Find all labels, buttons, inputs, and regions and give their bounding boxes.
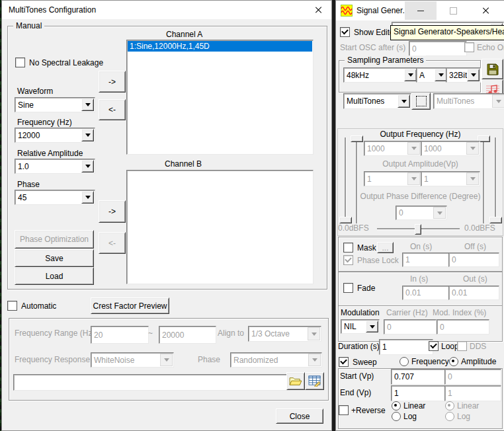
start-vp-input[interactable]: 0.707: [391, 369, 448, 385]
minimize-button[interactable]: [405, 1, 437, 20]
crest-factor-preview-button[interactable]: Crest Factor Preview: [91, 297, 169, 314]
mask-checkbox[interactable]: [343, 243, 353, 253]
align-to-select: 1/3 Octave: [248, 326, 321, 342]
dropdown-arrow-icon[interactable]: [404, 69, 417, 81]
mask-row: Mask: [343, 243, 376, 253]
frequency-range-from-input: 20: [91, 326, 149, 344]
sampling-channel-select[interactable]: A: [416, 67, 448, 83]
dropdown-arrow-icon[interactable]: [366, 321, 378, 333]
frequency-response-select: WhiteNoise: [91, 352, 174, 368]
phase-label: Phase: [17, 180, 40, 189]
end-vp-b-value: 1: [448, 389, 452, 398]
start-osc-value: 0: [412, 44, 417, 54]
save-button[interactable]: Save: [15, 249, 94, 267]
channel-b-listbox[interactable]: [126, 170, 314, 284]
waveform-a-select[interactable]: MultiTones: [343, 93, 411, 109]
level-slider-left-inner-track[interactable]: [356, 136, 357, 223]
dashed-selection-icon: [416, 96, 427, 106]
end-vp-input[interactable]: 1: [391, 385, 448, 401]
load-button[interactable]: Load: [15, 267, 94, 285]
automatic-checkbox[interactable]: [7, 301, 17, 311]
waveform-select[interactable]: Sine: [15, 97, 95, 112]
start-vp-b-input: 0: [444, 369, 501, 385]
log-a-radio[interactable]: [392, 412, 401, 421]
dropdown-arrow-icon: [492, 95, 504, 108]
arrow-left-label: <-: [108, 239, 116, 248]
waveform-label: Waveform: [17, 87, 53, 96]
end-vp-value: 1: [394, 389, 399, 398]
modulation-select[interactable]: NIL: [341, 319, 380, 334]
dropdown-arrow-icon[interactable]: [467, 69, 480, 81]
sweep-checkbox[interactable]: [339, 357, 349, 367]
mask-on-value: 1: [405, 255, 410, 264]
frequency-value: 12000: [18, 131, 40, 140]
relative-amplitude-select[interactable]: 1.0: [15, 159, 95, 174]
dropdown-arrow-icon[interactable]: [81, 160, 94, 173]
channel-a-item[interactable]: 1:Sine,12000Hz,1,45D: [128, 41, 312, 52]
bit-depth-select[interactable]: 32Bit: [446, 67, 481, 83]
add-to-channel-b-button[interactable]: ->: [99, 200, 126, 223]
output-amplitude-a-value: 1: [367, 175, 372, 184]
loop-label: Loop: [441, 342, 459, 351]
range-separator: ~: [148, 329, 153, 338]
sampling-channel-value: A: [419, 71, 425, 80]
show-editor-checkbox[interactable]: [340, 27, 350, 37]
no-spectral-leakage-checkbox[interactable]: [15, 58, 25, 67]
save-signal-button[interactable]: [482, 59, 503, 79]
level-slider-left-inner-thumb[interactable]: [351, 136, 363, 142]
signal-generator-close-button[interactable]: [470, 1, 501, 20]
loop-row: Loop: [429, 341, 459, 351]
loop-checkbox[interactable]: [429, 341, 439, 351]
dropdown-arrow-icon: [466, 173, 479, 185]
linear-a-radio[interactable]: [392, 401, 401, 411]
multitones-close-button[interactable]: [310, 3, 326, 17]
level-slider-left-outer-track[interactable]: [345, 137, 346, 222]
waveform-a-value: MultiTones: [347, 97, 384, 106]
duration-input[interactable]: 1: [379, 339, 433, 355]
close-label: Close: [290, 412, 310, 421]
close-button[interactable]: Close: [276, 409, 323, 424]
linear-b-radio: [445, 401, 454, 411]
dds-checkbox: [457, 341, 467, 351]
sweep-amplitude-row: Amplitude: [449, 357, 496, 366]
frequency-select[interactable]: 12000: [15, 128, 95, 143]
log-a-row: Log: [392, 412, 417, 421]
minimize-icon: [417, 11, 424, 11]
output-frequency-b-value: 1000: [424, 144, 442, 153]
add-to-channel-a-button[interactable]: ->: [99, 71, 126, 93]
dropdown-arrow-icon: [407, 142, 420, 155]
level-slider-left-outer-thumb[interactable]: [339, 217, 352, 223]
start-vp-value: 0.707: [394, 372, 414, 381]
sweep-amplitude-radio[interactable]: [449, 357, 458, 366]
level-slider-right-outer-track[interactable]: [495, 137, 496, 222]
channel-a-listbox[interactable]: 1:Sine,12000Hz,1,45D: [126, 40, 314, 155]
reverse-checkbox[interactable]: [339, 405, 349, 415]
sample-rate-select[interactable]: 48kHz: [343, 67, 418, 83]
mask-on-label: On (s): [410, 243, 432, 251]
file-path-input[interactable]: [13, 374, 290, 391]
dropdown-arrow-icon[interactable]: [398, 95, 410, 108]
mod-index-input: 0: [437, 319, 489, 334]
balance-slider-thumb[interactable]: [415, 224, 421, 235]
level-slider-right-outer-thumb[interactable]: [489, 217, 502, 223]
linear-b-label: Linear: [457, 401, 479, 411]
fade-in-value: 0.01: [405, 288, 421, 297]
output-frequency-label: Output Frequency (Hz): [366, 130, 475, 139]
waveform-value: Sine: [18, 100, 34, 110]
end-vp-b-input: 1: [444, 385, 501, 401]
open-file-button[interactable]: [286, 372, 305, 390]
fade-checkbox[interactable]: [343, 283, 353, 293]
phase-optimization-label: Phase Optimization: [20, 235, 89, 244]
dropdown-arrow-icon[interactable]: [81, 98, 94, 111]
phase-select[interactable]: 45: [15, 190, 95, 205]
remove-from-channel-a-button[interactable]: <-: [99, 99, 126, 120]
show-editor-row: Show Editor: [340, 27, 397, 37]
multitones-editor-button[interactable]: [411, 93, 431, 110]
carrier-label: Carrier (Hz): [386, 309, 428, 317]
sweep-frequency-radio[interactable]: [399, 357, 409, 366]
level-slider-right-inner-track[interactable]: [483, 136, 484, 223]
spreadsheet-edit-button[interactable]: [305, 372, 324, 390]
dropdown-arrow-icon[interactable]: [81, 191, 94, 204]
dropdown-arrow-icon[interactable]: [81, 129, 94, 141]
maximize-button[interactable]: [437, 1, 469, 20]
